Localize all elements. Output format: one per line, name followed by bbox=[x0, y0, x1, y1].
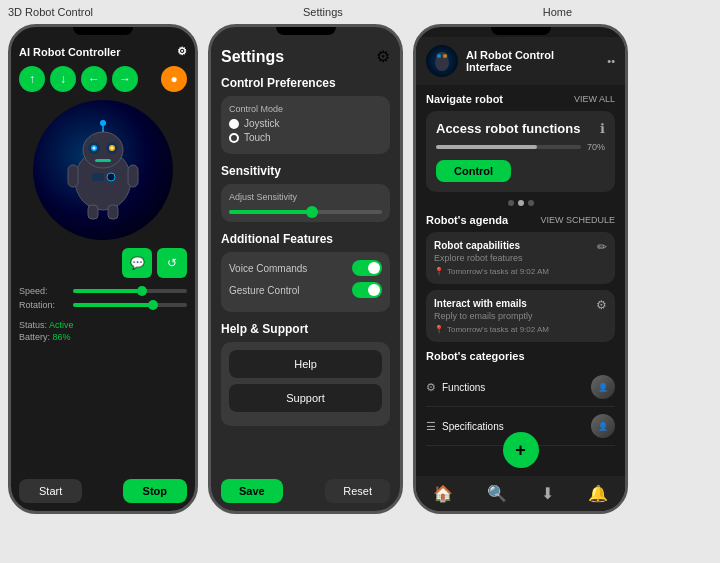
svg-point-14 bbox=[100, 120, 106, 126]
specs-icon: ☰ bbox=[426, 420, 436, 433]
ctrl-refresh-btn[interactable]: ↺ bbox=[157, 248, 187, 278]
svg-point-7 bbox=[111, 147, 114, 150]
control-button[interactable]: Control bbox=[436, 160, 511, 182]
home-footer: 🏠 🔍 ⬇ 🔔 bbox=[416, 476, 625, 511]
ctrl-up-btn[interactable]: ↑ bbox=[19, 66, 45, 92]
cat-left-1: ☰ Specifications bbox=[426, 420, 504, 433]
joystick-radio-dot bbox=[229, 119, 239, 129]
sensitivity-slider[interactable] bbox=[229, 210, 382, 214]
footer-bell-icon[interactable]: 🔔 bbox=[588, 484, 608, 503]
footer-home-icon[interactable]: 🏠 bbox=[433, 484, 453, 503]
ctrl-action-btn[interactable]: ● bbox=[161, 66, 187, 92]
support-button[interactable]: Support bbox=[229, 384, 382, 412]
help-card: Help Support bbox=[221, 342, 390, 426]
info-icon[interactable]: ℹ bbox=[600, 121, 605, 136]
agenda-section: Robot's agenda VIEW SCHEDULE Robot capab… bbox=[426, 214, 615, 342]
help-button[interactable]: Help bbox=[229, 350, 382, 378]
avatar bbox=[426, 45, 458, 77]
progress-pct: 70% bbox=[587, 142, 605, 152]
ctrl-down-btn[interactable]: ↓ bbox=[50, 66, 76, 92]
home-title: AI Robot Control Interface bbox=[466, 49, 599, 73]
agenda-sub-0: Explore robot features bbox=[434, 253, 597, 263]
svg-rect-15 bbox=[92, 173, 104, 181]
top-labels: 3D Robot Control Settings Home bbox=[0, 0, 720, 22]
phone2-label: Settings bbox=[303, 6, 343, 18]
view-schedule-link[interactable]: VIEW SCHEDULE bbox=[540, 215, 615, 225]
reset-button[interactable]: Reset bbox=[325, 479, 390, 503]
header-dots-icon[interactable]: •• bbox=[607, 55, 615, 67]
agenda-time-0: 📍Tomorrow's tasks at 9:02 AM bbox=[434, 267, 597, 276]
speed-label: Speed: bbox=[19, 286, 67, 296]
progress-track bbox=[436, 145, 581, 149]
status-area: Status: Active Battery: 86% bbox=[19, 320, 187, 344]
notch1 bbox=[73, 27, 133, 35]
rotation-label: Rotation: bbox=[19, 300, 67, 310]
ctrl-left-btn[interactable]: ← bbox=[81, 66, 107, 92]
rotation-slider-row: Rotation: bbox=[19, 300, 187, 310]
agenda-section-title: Robot's agenda bbox=[426, 214, 508, 226]
speed-slider-row: Speed: bbox=[19, 286, 187, 296]
svg-point-19 bbox=[437, 54, 441, 58]
agenda-sub-1: Reply to emails promptly bbox=[434, 311, 596, 321]
view-all-link[interactable]: VIEW ALL bbox=[574, 94, 615, 104]
phone2-settings: Settings ⚙ Control Preferences Control M… bbox=[208, 24, 403, 514]
rotation-track[interactable] bbox=[73, 303, 187, 307]
speed-thumb bbox=[137, 286, 147, 296]
phone1-title: AI Robot Controller bbox=[19, 46, 120, 58]
progress-fill bbox=[436, 145, 537, 149]
agenda-card-0: Robot capabilities Explore robot feature… bbox=[426, 232, 615, 284]
voice-commands-label: Voice Commands bbox=[229, 263, 307, 274]
notch3 bbox=[491, 27, 551, 35]
phone1-inner: AI Robot Controller ⚙ ↑ ↓ ← → ● bbox=[11, 37, 195, 471]
cat-left-0: ⚙ Functions bbox=[426, 381, 485, 394]
agenda-pin-icon-1: 📍 bbox=[434, 325, 444, 334]
ctrl-chat-btn[interactable]: 💬 bbox=[122, 248, 152, 278]
joystick-radio[interactable]: Joystick bbox=[229, 118, 382, 129]
settings-title: Settings bbox=[221, 48, 284, 66]
phone1-label: 3D Robot Control bbox=[8, 6, 93, 18]
settings-footer: Save Reset bbox=[211, 471, 400, 511]
sensitivity-card: Adjust Sensitivity bbox=[221, 184, 390, 222]
save-button[interactable]: Save bbox=[221, 479, 283, 503]
additional-section: Additional Features bbox=[221, 232, 390, 246]
nav-card-top: Access robot functions ℹ bbox=[436, 121, 605, 136]
phone1-robot-controller: AI Robot Controller ⚙ ↑ ↓ ← → ● bbox=[8, 24, 198, 514]
dot3 bbox=[528, 200, 534, 206]
agenda-card-1: Interact with emails Reply to emails pro… bbox=[426, 290, 615, 342]
additional-features-card: Voice Commands Gesture Control bbox=[221, 252, 390, 312]
footer-download-icon[interactable]: ⬇ bbox=[541, 484, 554, 503]
gesture-control-label: Gesture Control bbox=[229, 285, 300, 296]
ctrl-right-btn[interactable]: → bbox=[112, 66, 138, 92]
agenda-edit-icon-0[interactable]: ✏ bbox=[597, 240, 607, 254]
navigate-card: Access robot functions ℹ 70% Control bbox=[426, 111, 615, 192]
control-prefs-section: Control Preferences bbox=[221, 76, 390, 90]
agenda-left-0: Robot capabilities Explore robot feature… bbox=[434, 240, 597, 276]
start-button[interactable]: Start bbox=[19, 479, 82, 503]
sensitivity-fill bbox=[229, 210, 313, 214]
categories-section-title: Robot's categories bbox=[426, 350, 525, 362]
rotation-fill bbox=[73, 303, 153, 307]
sensitivity-label: Adjust Sensitivity bbox=[229, 192, 382, 202]
agenda-gear-icon-1[interactable]: ⚙ bbox=[596, 298, 607, 312]
voice-commands-toggle[interactable] bbox=[352, 260, 382, 276]
fab-button[interactable]: + bbox=[503, 432, 539, 468]
control-mode-label: Control Mode bbox=[229, 104, 382, 114]
notch2 bbox=[276, 27, 336, 35]
stop-button[interactable]: Stop bbox=[123, 479, 187, 503]
category-functions[interactable]: ⚙ Functions 👤 bbox=[426, 368, 615, 407]
phone1-gear-icon[interactable]: ⚙ bbox=[177, 45, 187, 58]
control-buttons-row: ↑ ↓ ← → ● bbox=[19, 66, 187, 92]
fab-container: + bbox=[416, 432, 625, 472]
gesture-control-toggle[interactable] bbox=[352, 282, 382, 298]
nav-card-title: Access robot functions bbox=[436, 121, 580, 136]
svg-rect-8 bbox=[95, 159, 111, 162]
svg-rect-12 bbox=[108, 205, 118, 219]
functions-name: Functions bbox=[442, 382, 485, 393]
footer-search-icon[interactable]: 🔍 bbox=[487, 484, 507, 503]
settings-header: Settings ⚙ bbox=[221, 47, 390, 66]
settings-gear-icon[interactable]: ⚙ bbox=[376, 47, 390, 66]
joystick-label: Joystick bbox=[244, 118, 280, 129]
dot1 bbox=[508, 200, 514, 206]
touch-radio[interactable]: Touch bbox=[229, 132, 382, 143]
speed-track[interactable] bbox=[73, 289, 187, 293]
